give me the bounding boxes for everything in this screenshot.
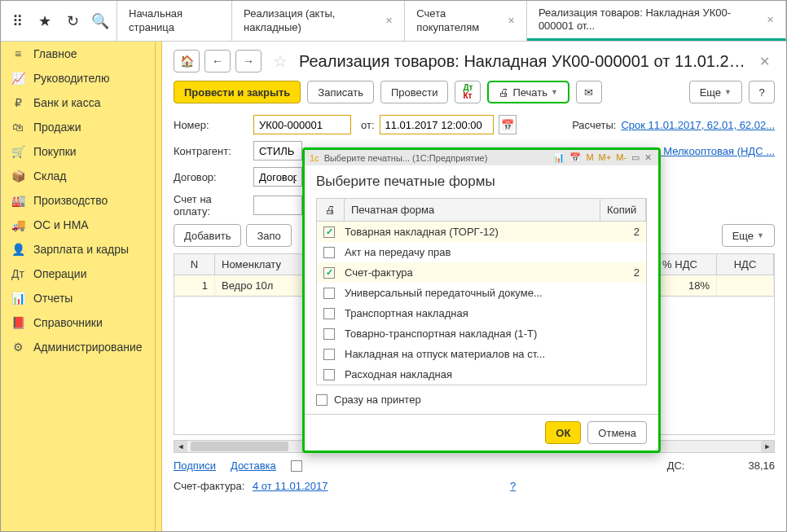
sidebar-icon: 📕 [11, 316, 25, 329]
back-button[interactable]: ← [204, 50, 231, 73]
forward-button[interactable]: → [235, 50, 262, 73]
sidebar-item-label: ОС и НМА [33, 218, 89, 231]
dlg-cal-icon[interactable]: 📅 [568, 152, 583, 163]
sidebar-item-2[interactable]: ₽Банк и касса [1, 90, 155, 115]
tab-realization[interactable]: Реализация (акты, накладные)✕ [232, 1, 405, 41]
home-button[interactable]: 🏠 [174, 50, 200, 73]
row-label: Товарно-транспортная накладная (1-Т) [345, 328, 605, 340]
print-form-row[interactable]: ✓Товарная накладная (ТОРГ-12)2 [317, 222, 646, 242]
sidebar-item-0[interactable]: ≡Главное [1, 42, 155, 66]
dtkt-button[interactable]: ДтКт [455, 81, 481, 103]
save-button[interactable]: Записать [307, 81, 374, 103]
from-label: от: [361, 119, 375, 131]
sidebar-item-7[interactable]: 🚚ОС и НМА [1, 213, 155, 237]
sidebar-collapse[interactable] [156, 42, 162, 531]
row-checkbox[interactable]: ✓ [323, 226, 335, 238]
footer-checkbox[interactable] [291, 460, 302, 472]
contract-input[interactable] [253, 167, 302, 187]
row-checkbox[interactable] [323, 288, 335, 299]
sidebar-item-label: Администрирование [33, 341, 143, 354]
tab-home[interactable]: Начальная страница [117, 1, 232, 41]
sidebar-item-label: Главное [33, 47, 77, 60]
print-form-row[interactable]: Транспортная накладная [317, 303, 646, 323]
row-label: Накладная на отпуск материалов на ст... [345, 348, 605, 360]
sidebar-icon: 👤 [11, 243, 25, 256]
col-nomenclature: Номенклату [215, 254, 305, 275]
close-icon[interactable]: ✕ [767, 15, 774, 25]
row-label: Товарная накладная (ТОРГ-12) [345, 226, 605, 238]
price-link[interactable]: ен: Мелкооптовая (НДС ... [646, 145, 775, 157]
print-form-row[interactable]: Расходная накладная [317, 364, 646, 385]
direct-print-checkbox[interactable] [316, 394, 328, 406]
close-page-button[interactable]: ✕ [754, 54, 775, 69]
dialog-titlebar[interactable]: 1c Выберите печатны... (1С:Предприятие) … [305, 150, 658, 165]
contractor-input[interactable] [253, 141, 302, 160]
dlg-mplus-icon[interactable]: M+ [597, 152, 613, 163]
col-n: N [174, 254, 215, 275]
email-button[interactable]: ✉ [576, 81, 602, 103]
sidebar-item-5[interactable]: 📦Склад [1, 164, 155, 188]
print-form-row[interactable]: Товарно-транспортная накладная (1-Т) [317, 323, 646, 344]
row-checkbox[interactable] [323, 247, 335, 258]
dlg-m-icon[interactable]: M [584, 152, 595, 163]
post-close-button[interactable]: Провести и закрыть [174, 81, 301, 103]
close-icon[interactable]: ✕ [385, 15, 393, 26]
row-checkbox[interactable] [323, 308, 335, 319]
sidebar-item-8[interactable]: 👤Зарплата и кадры [1, 237, 155, 262]
apps-icon[interactable]: ⠿ [7, 11, 27, 31]
ok-button[interactable]: ОК [545, 421, 581, 444]
sidebar-icon: ₽ [11, 96, 25, 109]
dlg-close-icon[interactable]: ✕ [643, 152, 653, 163]
sidebar-item-label: Склад [33, 169, 67, 182]
fill-button[interactable]: Запо [246, 224, 291, 247]
print-form-row[interactable]: Универсальный передаточный докуме... [317, 283, 646, 303]
sidebar-item-1[interactable]: 📈Руководителю [1, 66, 155, 90]
col-copies: Копий [600, 199, 646, 221]
row-label: Расходная накладная [345, 368, 605, 380]
star-icon[interactable]: ★ [35, 11, 55, 31]
favorite-icon[interactable]: ☆ [273, 51, 288, 71]
sidebar-item-10[interactable]: 📊Отчеты [1, 286, 155, 310]
calc-link[interactable]: Срок 11.01.2017, 62.01, 62.02... [621, 119, 775, 131]
sidebar-icon: 🛒 [11, 145, 25, 158]
sidebar: ≡Главное📈Руководителю₽Банк и касса🛍Прода… [1, 42, 156, 531]
table-more-button[interactable]: Еще▼ [722, 224, 775, 247]
row-checkbox[interactable]: ✓ [323, 267, 335, 279]
sidebar-item-9[interactable]: ДтОперации [1, 262, 155, 286]
sidebar-item-6[interactable]: 🏭Производство [1, 188, 155, 213]
bill-input[interactable] [253, 196, 302, 215]
sf-link[interactable]: 4 от 11.01.2017 [253, 480, 328, 492]
sidebar-item-11[interactable]: 📕Справочники [1, 310, 155, 335]
search-icon[interactable]: 🔍 [90, 11, 110, 31]
calendar-button[interactable]: 📅 [499, 115, 517, 134]
help-button[interactable]: ? [749, 81, 775, 103]
print-form-row[interactable]: Акт на передачу прав [317, 242, 646, 262]
print-button[interactable]: 🖨 Печать▼ [487, 81, 569, 103]
dlg-min-icon[interactable]: ▭ [630, 152, 641, 163]
delivery-link[interactable]: Доставка [231, 459, 276, 472]
close-icon[interactable]: ✕ [508, 15, 515, 26]
number-input[interactable] [253, 115, 351, 134]
sidebar-item-12[interactable]: ⚙Администрирование [1, 335, 155, 359]
print-form-row[interactable]: Накладная на отпуск материалов на ст... [317, 344, 646, 364]
sf-help[interactable]: ? [510, 480, 516, 492]
history-icon[interactable]: ↻ [63, 11, 82, 31]
tab-document[interactable]: Реализация товаров: Накладная УК00-00000… [527, 1, 786, 41]
sidebar-item-label: Зарплата и кадры [33, 243, 129, 256]
tab-invoices[interactable]: Счета покупателям✕ [405, 1, 527, 41]
row-checkbox[interactable] [323, 328, 335, 340]
print-dialog: 1c Выберите печатны... (1С:Предприятие) … [302, 147, 661, 453]
row-checkbox[interactable] [323, 369, 335, 380]
add-button[interactable]: Добавить [174, 224, 241, 247]
sidebar-item-3[interactable]: 🛍Продажи [1, 115, 155, 139]
print-form-row[interactable]: ✓Счет-фактура2 [317, 262, 646, 283]
signatures-link[interactable]: Подписи [174, 459, 216, 472]
sidebar-item-4[interactable]: 🛒Покупки [1, 139, 155, 164]
dlg-mminus-icon[interactable]: M- [614, 152, 628, 163]
post-button[interactable]: Провести [380, 81, 449, 103]
more-button[interactable]: Еще▼ [689, 81, 742, 103]
cancel-button[interactable]: Отмена [587, 421, 647, 444]
row-checkbox[interactable] [323, 349, 335, 360]
dlg-calc-icon[interactable]: 📊 [552, 152, 566, 163]
date-input[interactable] [380, 115, 494, 134]
